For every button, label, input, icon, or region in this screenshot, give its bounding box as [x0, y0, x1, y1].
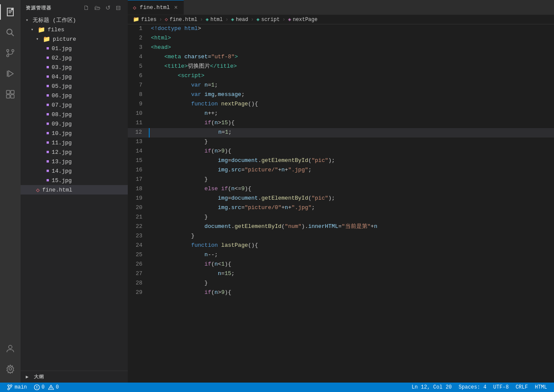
file-label: 15.jpg — [52, 177, 72, 184]
tree-item-05jpg[interactable]: ■05.jpg — [21, 81, 128, 91]
activity-item-account[interactable] — [0, 338, 21, 359]
status-eol[interactable]: CRLF — [512, 384, 531, 390]
line-content[interactable]: img.src="picture/0"+n+".jpg"; — [149, 203, 554, 213]
line-content[interactable]: document.getElementById("num").innerHTML… — [149, 222, 554, 232]
tree-item-04jpg[interactable]: ■04.jpg — [21, 72, 128, 81]
code-editor[interactable]: 1 <!doctype html> 2 <html> 3 <head> — [128, 24, 554, 383]
tree-item-fine-html[interactable]: ◇ fine.html — [21, 185, 128, 195]
tree-item-12jpg[interactable]: ■12.jpg — [21, 147, 128, 157]
tree-item-03jpg[interactable]: ■03.jpg — [21, 63, 128, 72]
tab-fine-html[interactable]: ◇ fine.html × — [128, 0, 184, 15]
line-number: 8 — [128, 90, 149, 100]
breadcrumb-files[interactable]: 📁 files — [133, 16, 157, 23]
tree-item-14jpg[interactable]: ■14.jpg — [21, 166, 128, 176]
line-content[interactable]: n=15; — [149, 269, 554, 279]
tree-item-15jpg[interactable]: ■15.jpg — [21, 176, 128, 185]
files-icon — [5, 7, 15, 17]
table-row: 3 <head> — [128, 43, 554, 53]
line-content[interactable]: } — [149, 232, 554, 241]
line-content[interactable]: } — [149, 138, 554, 147]
tree-item-01jpg[interactable]: ■01.jpg — [21, 44, 128, 53]
new-file-button[interactable]: 🗋 — [81, 3, 91, 12]
tree-item-02jpg[interactable]: ■02.jpg — [21, 53, 128, 63]
line-content[interactable]: <head> — [149, 43, 554, 53]
line-content[interactable]: if(n>9){ — [149, 288, 554, 298]
new-folder-button[interactable]: 🗁 — [93, 3, 102, 12]
tree-item-13jpg[interactable]: ■13.jpg — [21, 157, 128, 166]
line-content[interactable]: img=document.getElementById("pic"); — [149, 156, 554, 166]
line-content[interactable]: var n=1; — [149, 81, 554, 90]
collapse-button[interactable]: ⊟ — [114, 3, 123, 12]
tree-item-files[interactable]: ▾ 📁 files — [21, 25, 128, 34]
breadcrumb-nextpage[interactable]: ◈ nextPage — [288, 16, 318, 23]
tree-item-06jpg[interactable]: ■06.jpg — [21, 91, 128, 100]
status-spaces[interactable]: Spaces: 4 — [455, 384, 490, 390]
tree-item-11jpg[interactable]: ■11.jpg — [21, 138, 128, 147]
line-content[interactable]: function nextPage(){ — [149, 100, 554, 109]
line-content[interactable]: } — [149, 279, 554, 288]
line-content[interactable]: <!doctype html> — [149, 24, 554, 34]
activity-item-search[interactable] — [0, 22, 21, 43]
line-content[interactable]: if(n<1){ — [149, 260, 554, 269]
line-content[interactable]: else if(n<=9){ — [149, 185, 554, 194]
line-content[interactable]: } — [149, 175, 554, 185]
tree-item-07jpg[interactable]: ■07.jpg — [21, 100, 128, 110]
line-content[interactable]: n++; — [149, 109, 554, 119]
run-icon — [6, 69, 15, 78]
line-content[interactable]: img.src="picture/"+n+".jpg"; — [149, 166, 554, 175]
activity-item-run[interactable] — [0, 63, 21, 84]
activity-item-git[interactable] — [0, 43, 21, 63]
line-content[interactable]: <html> — [149, 34, 554, 43]
tree-item-picture[interactable]: ▾ 📁 picture — [21, 34, 128, 44]
refresh-button[interactable]: ↺ — [104, 3, 112, 12]
line-content[interactable]: <meta charset="utf-8"> — [149, 53, 554, 62]
line-content[interactable]: n=1; — [149, 128, 554, 138]
file-label: 14.jpg — [52, 168, 72, 174]
line-content[interactable]: img=document.getElementById("pic"); — [149, 194, 554, 203]
picture-arrow: ▾ — [36, 36, 41, 42]
table-row: 8 var img,message; — [128, 90, 554, 100]
file-tree: ▾ 无标题 (工作区) ▾ 📁 files ▾ 📁 picture — [21, 15, 128, 371]
branch-icon — [7, 384, 13, 390]
line-content[interactable]: } — [149, 213, 554, 222]
error-icon — [34, 384, 40, 390]
line-content[interactable]: n--; — [149, 251, 554, 260]
line-content[interactable]: <script> — [149, 72, 554, 81]
workspace-item[interactable]: ▾ 无标题 (工作区) — [21, 15, 128, 25]
line-content[interactable]: var img,message; — [149, 90, 554, 100]
status-line-col[interactable]: Ln 12, Col 20 — [408, 384, 455, 390]
svg-point-20 — [9, 368, 12, 370]
status-encoding[interactable]: UTF-8 — [490, 384, 512, 390]
activity-item-explorer[interactable] — [0, 2, 21, 22]
file-label: 05.jpg — [52, 83, 72, 90]
tree-item-10jpg[interactable]: ■10.jpg — [21, 129, 128, 138]
line-content[interactable]: if(n>15){ — [149, 119, 554, 128]
line-content[interactable]: function lastPage(){ — [149, 241, 554, 251]
breadcrumb-html[interactable]: ◈ html — [205, 16, 223, 23]
svg-rect-7 — [9, 12, 11, 13]
tree-item-08jpg[interactable]: ■08.jpg — [21, 110, 128, 119]
line-content[interactable]: <title>切换图片</title> — [149, 62, 554, 72]
editor-area: ◇ fine.html × 📁 files › ◇ fine.html › — [128, 0, 554, 383]
folder-icon: 📁 — [38, 26, 45, 33]
status-branch[interactable]: main — [3, 384, 30, 390]
line-number: 20 — [128, 203, 149, 213]
status-errors[interactable]: 0 0 — [30, 384, 62, 390]
activity-item-settings[interactable] — [0, 359, 21, 379]
line-content[interactable]: if(n>9){ — [149, 147, 554, 156]
breadcrumb-fine-html[interactable]: ◇ fine.html — [165, 16, 197, 23]
tree-item-09jpg[interactable]: ■09.jpg — [21, 119, 128, 129]
files-label: files — [48, 27, 64, 33]
tab-close-button[interactable]: × — [173, 3, 178, 12]
image-icon: ■ — [46, 178, 49, 183]
status-language[interactable]: HTML — [531, 384, 551, 390]
table-row: 11 if(n>15){ — [128, 119, 554, 128]
breadcrumb-html-label: html — [211, 17, 223, 23]
activity-item-extensions[interactable] — [0, 84, 21, 105]
extensions-icon — [6, 90, 15, 99]
outline-section[interactable]: ▶ 大纲 — [21, 371, 128, 383]
image-icon: ■ — [46, 93, 49, 98]
breadcrumb-script[interactable]: ◈ script — [256, 16, 280, 23]
table-row: 22 document.getElementById("num").innerH… — [128, 222, 554, 232]
breadcrumb-head[interactable]: ◈ head — [231, 16, 248, 23]
